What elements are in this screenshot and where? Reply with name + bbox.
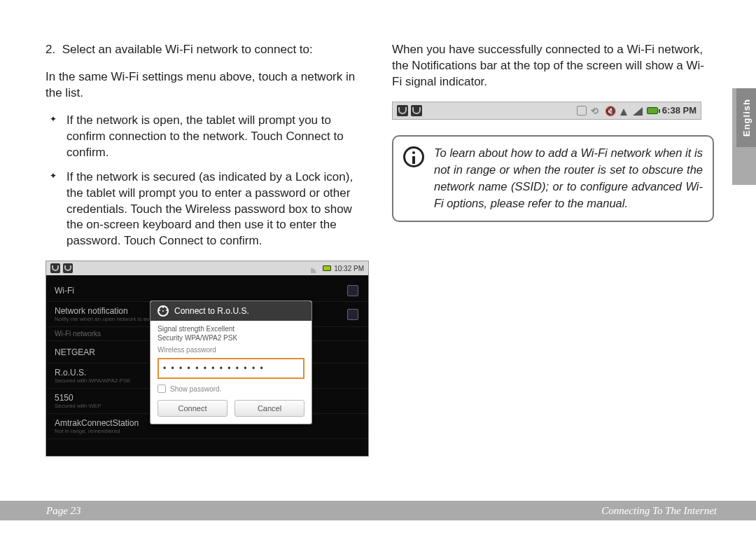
bullet-open-network: If the network is open, the tablet will …	[66, 113, 371, 161]
show-password-row[interactable]: Show password.	[158, 385, 304, 393]
wifi-icon	[619, 106, 629, 116]
sync-icon: ⟲	[591, 106, 601, 116]
security-type: Security WPA/WPA2 PSK	[158, 334, 304, 342]
checkbox-icon[interactable]	[347, 309, 358, 320]
intro-paragraph: In the same Wi-Fi settings menu above, t…	[46, 69, 371, 102]
dialog-header: Connect to R.o.U.S.	[150, 301, 312, 321]
checkbox-icon[interactable]	[347, 285, 358, 296]
wifi-icon	[158, 305, 169, 317]
status-time: 10:32 PM	[334, 265, 364, 272]
home-icon	[577, 106, 587, 116]
usb-icon	[411, 105, 422, 116]
language-label: English	[736, 88, 756, 147]
step-title: Select an available Wi-Fi network to con…	[62, 43, 313, 56]
info-text: To learn about how to add a Wi-Fi networ…	[434, 145, 703, 212]
language-tab[interactable]: English	[732, 88, 756, 185]
page-footer: Page 23 Connecting To The Internet	[0, 501, 756, 520]
right-paragraph: When you have successfully connected to …	[392, 42, 714, 90]
wifi-row[interactable]: Wi-Fi	[46, 279, 368, 302]
status-time: 6:38 PM	[662, 105, 696, 116]
dialog-title: Connect to R.o.U.S.	[174, 306, 249, 316]
signal-icon	[633, 106, 643, 116]
signal-strength: Signal strength Excellent	[158, 325, 304, 333]
bullet-secured-network: If the network is secured (as indicated …	[66, 169, 371, 250]
step-number: 2.	[46, 43, 55, 56]
notification-bar-screenshot: ⟲ 🔇 6:38 PM	[392, 102, 701, 120]
connect-button[interactable]: Connect	[158, 400, 227, 417]
connect-dialog: Connect to R.o.U.S. Signal strength Exce…	[150, 300, 312, 424]
usb-icon	[63, 263, 73, 273]
battery-icon	[647, 107, 658, 114]
info-icon	[403, 146, 424, 167]
usb-icon	[397, 105, 408, 116]
page-number: Page 23	[46, 505, 81, 517]
password-label: Wireless password	[158, 346, 304, 354]
status-bar: 10:32 PM	[46, 261, 368, 275]
password-input[interactable]: • • • • • • • • • • • • •	[158, 358, 304, 379]
step-line: 2. Select an available Wi-Fi network to …	[46, 42, 371, 58]
connect-word: Connect	[286, 130, 330, 143]
bullet-list: If the network is open, the tablet will …	[46, 113, 371, 250]
usb-icon	[50, 263, 60, 273]
wifi-settings-screenshot: 10:32 PM Wi-Fi Network notification Noti…	[46, 261, 369, 457]
section-title: Connecting To The Internet	[601, 505, 717, 517]
mute-icon: 🔇	[605, 106, 615, 116]
battery-icon	[323, 265, 331, 271]
page-body: 2. Select an available Wi-Fi network to …	[0, 0, 756, 476]
left-column: 2. Select an available Wi-Fi network to …	[46, 42, 371, 476]
cancel-button[interactable]: Cancel	[234, 400, 304, 417]
connect-word: Connect	[159, 234, 203, 247]
info-callout: To learn about how to add a Wi-Fi networ…	[392, 135, 714, 222]
signal-icon	[311, 264, 320, 273]
checkbox-icon[interactable]	[158, 385, 166, 393]
right-column: When you have successfully connected to …	[392, 42, 714, 476]
